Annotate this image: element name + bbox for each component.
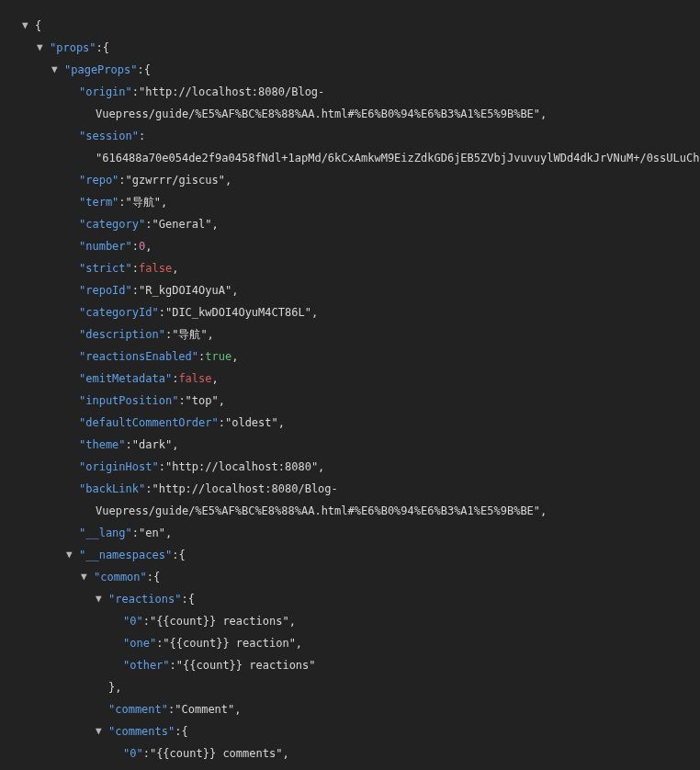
kv-originhost[interactable]: "originHost": "http://localhost:8080", — [22, 456, 700, 478]
caret-down-icon[interactable]: ▼ — [37, 37, 50, 59]
kv-reactionsenabled[interactable]: "reactionsEnabled": true, — [22, 345, 700, 368]
namespaces-open[interactable]: ▼ "__namespaces": { — [22, 544, 700, 566]
caret-down-icon[interactable]: ▼ — [22, 15, 35, 37]
kv-defaultcommentorder[interactable]: "defaultCommentOrder": "oldest", — [22, 412, 700, 434]
kv-category[interactable]: "category": "General", — [22, 213, 700, 235]
kv-comment[interactable]: "comment": "Comment", — [22, 698, 700, 720]
kv-comments-0[interactable]: "0": "{{count}} comments", — [22, 742, 700, 764]
kv-session-key[interactable]: "session": — [22, 125, 700, 147]
kv-repo[interactable]: "repo": "gzwrrr/giscus", — [22, 169, 700, 191]
reactions-close: }, — [22, 676, 700, 698]
caret-down-icon[interactable]: ▼ — [96, 588, 108, 610]
kv-description[interactable]: "description": "导航", — [22, 323, 700, 345]
kv-origin-l1[interactable]: "origin": "http://localhost:8080/Blog- — [22, 81, 700, 103]
kv-session-val: "616488a70e054de2f9a0458fNdl+1apMd/6kCxA… — [22, 147, 700, 169]
kv-number[interactable]: "number": 0, — [22, 235, 700, 257]
caret-down-icon[interactable]: ▼ — [96, 720, 108, 742]
kv-backlink-l1[interactable]: "backLink": "http://localhost:8080/Blog- — [22, 478, 700, 500]
kv-reactions-one[interactable]: "one": "{{count}} reaction", — [22, 632, 700, 654]
common-open[interactable]: ▼ "common": { — [22, 566, 700, 588]
props-open[interactable]: ▼ "props": { — [22, 37, 700, 59]
kv-origin-l2: Vuepress/guide/%E5%AF%BC%E8%88%AA.html#%… — [22, 103, 700, 125]
kv-backlink-l2: Vuepress/guide/%E5%AF%BC%E8%88%AA.html#%… — [22, 500, 700, 522]
kv-strict[interactable]: "strict": false, — [22, 257, 700, 279]
kv-lang[interactable]: "__lang": "en", — [22, 522, 700, 544]
comments-open[interactable]: ▼ "comments": { — [22, 720, 700, 742]
json-tree: ▼ { ▼ "props": { ▼ "pageProps": { "origi… — [22, 15, 700, 764]
kv-repoid[interactable]: "repoId": "R_kgDOI4OyuA", — [22, 279, 700, 301]
kv-term[interactable]: "term": "导航", — [22, 191, 700, 213]
kv-reactions-0[interactable]: "0": "{{count}} reactions", — [22, 610, 700, 632]
caret-down-icon[interactable]: ▼ — [51, 59, 64, 81]
caret-down-icon[interactable]: ▼ — [66, 544, 79, 566]
kv-theme[interactable]: "theme": "dark", — [22, 434, 700, 456]
pageprops-open[interactable]: ▼ "pageProps": { — [22, 59, 700, 81]
kv-inputposition[interactable]: "inputPosition": "top", — [22, 390, 700, 412]
root-open[interactable]: ▼ { — [22, 15, 700, 37]
kv-emitmetadata[interactable]: "emitMetadata": false, — [22, 368, 700, 390]
reactions-open[interactable]: ▼ "reactions": { — [22, 588, 700, 610]
kv-reactions-other[interactable]: "other": "{{count}} reactions" — [22, 654, 700, 676]
caret-down-icon[interactable]: ▼ — [81, 566, 94, 588]
kv-categoryid[interactable]: "categoryId": "DIC_kwDOI4OyuM4CT86L", — [22, 301, 700, 323]
